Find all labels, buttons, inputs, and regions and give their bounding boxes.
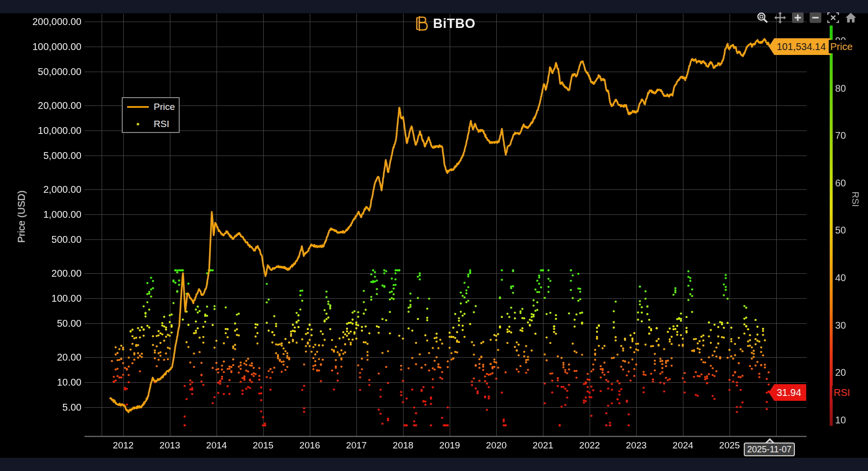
reset-home-icon [844,11,857,26]
brand-title: BiTBO [433,16,476,31]
pan-button[interactable] [773,12,787,26]
year-tick-label: 2019 [439,440,460,451]
price-line-swatch [127,105,149,108]
zoom-out-icon [809,11,822,26]
bitbo-b-icon [415,15,429,32]
price-tick-label: 500.00 [3,234,81,245]
autoscale-button[interactable] [826,12,841,26]
year-tick-label: 2025 [719,440,740,451]
rsi-tick-label: 30 [835,319,846,331]
bottom-bar [0,458,868,471]
pan-icon [774,11,787,26]
legend-label-price: Price [154,102,175,112]
zoom-in-button[interactable] [790,12,805,26]
bitbo-brand: BiTBO [415,15,476,32]
zoom-out-button[interactable] [808,12,823,26]
year-tick-label: 2023 [626,440,647,451]
year-tick-label: 2024 [673,440,693,451]
legend-label-rsi: RSI [154,119,169,130]
rsi-tick-label: 80 [835,82,846,94]
price-axis-name-label: Price [829,40,854,53]
price-tick-label: 5.00 [3,402,81,413]
year-tick-label: 2014 [206,440,227,451]
price-tick-label: 10.00 [3,377,81,388]
zoom-box-icon [756,11,769,26]
rsi-tick-label: 40 [835,272,846,284]
year-tick-label: 2021 [533,440,553,451]
rsi-axis-title: RSI [850,184,861,214]
price-tick-label: 50,000.00 [3,66,81,78]
price-tick-label: 50.00 [3,318,81,329]
chart-legend: Price RSI [122,97,180,133]
date-tag: 2025-11-07 [744,443,795,456]
price-tick-label: 20,000.00 [3,100,81,111]
rsi-colorbar [830,26,833,426]
price-tick-label: 2,000.00 [3,183,81,195]
autoscale-icon [827,11,840,26]
price-tick-label: 100.00 [3,293,81,304]
rsi-dot-swatch [127,122,149,126]
price-tick-label: 100,000.00 [3,41,81,52]
zoom-box-button[interactable] [755,12,770,26]
rsi-tick-label: 60 [835,177,846,188]
year-tick-label: 2020 [486,440,507,451]
year-tick-label: 2013 [160,440,180,451]
year-tick-label: 2012 [113,440,134,451]
price-tick-label: 20.00 [3,351,81,363]
year-tick-label: 2016 [299,440,320,451]
price-tick-label: 1,000.00 [3,209,81,220]
top-navbar [0,0,868,13]
price-tick-label: 200.00 [3,267,81,279]
rsi-tick-label: 10 [835,414,846,425]
price-tick-label: 200,000.00 [3,16,81,27]
reset-home-button[interactable] [843,12,858,26]
price-tick-label: 5,000.00 [3,150,81,161]
legend-item-price[interactable]: Price [127,101,176,113]
rsi-value-tag: 31.94 [769,384,806,401]
zoom-in-icon [791,11,805,26]
price-tick-label: 10,000.00 [3,125,81,136]
rsi-tick-label: 50 [835,225,846,236]
rsi-axis-name-label: RSI [832,386,851,399]
price-value-tag: 101,534.14 [769,38,831,55]
year-tick-label: 2015 [253,440,273,451]
year-tick-label: 2017 [346,440,367,451]
year-tick-label: 2018 [393,440,413,451]
bitbo-chart-page: BiTBO Price (USD) RSI 200,000.00100,000.… [0,0,868,471]
year-tick-label: 2022 [579,440,600,451]
chart-toolbar [755,12,858,26]
legend-item-rsi[interactable]: RSI [127,118,176,131]
chart-plot-area[interactable] [0,0,868,471]
rsi-tick-label: 20 [835,367,846,378]
rsi-tick-label: 70 [835,130,846,141]
